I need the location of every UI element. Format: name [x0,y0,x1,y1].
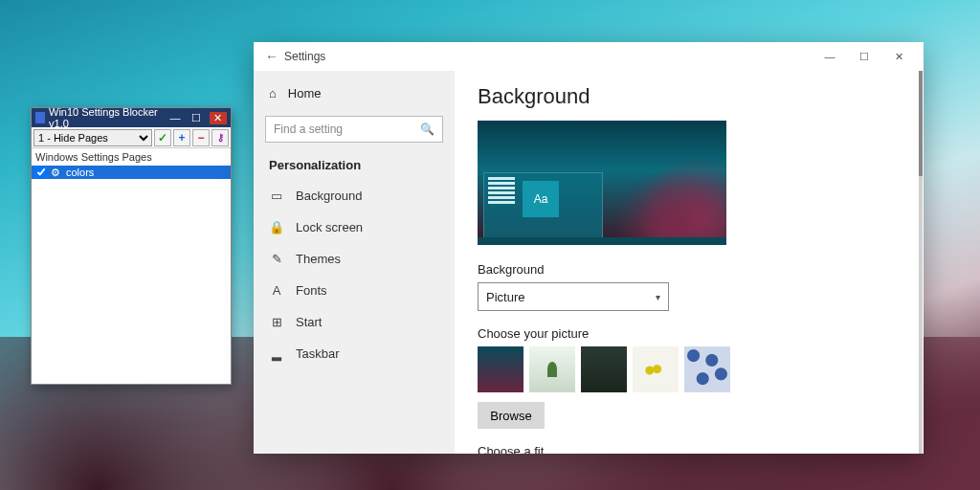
settings-search-input[interactable]: Find a setting 🔍 [265,116,443,143]
picture-thumb-3[interactable] [581,346,627,392]
settings-maximize-button[interactable]: ☐ [847,51,881,63]
settings-window-title: Settings [284,50,325,63]
home-icon: ⌂ [269,86,277,100]
gear-icon: ⚙ [51,167,62,178]
background-label: Background [478,262,901,277]
browse-button[interactable]: Browse [478,402,545,429]
sidebar-item-label: Themes [296,252,341,266]
blocker-toolbar: 1 - Hide Pages ✓ + − ⚷ [32,127,231,148]
search-placeholder: Find a setting [274,122,343,136]
settings-close-button[interactable]: ✕ [881,51,916,63]
lock-icon: 🔒 [269,220,284,234]
background-type-value: Picture [486,290,524,304]
blocker-add-button[interactable]: + [173,129,190,146]
blocker-item-checkbox[interactable] [35,167,47,178]
blocker-close-button[interactable]: ✕ [210,112,227,124]
settings-content: Background Aa Background Picture ▾ Choos… [455,71,924,454]
back-button[interactable]: ← [265,49,284,64]
sidebar-item-fonts[interactable]: A Fonts [254,275,455,306]
settings-window: ← Settings — ☐ ✕ ⌂ Home Find a setting 🔍… [254,42,924,454]
settings-scrollbar[interactable] [919,71,923,454]
settings-titlebar[interactable]: ← Settings — ☐ ✕ [254,42,924,71]
choose-fit-label: Choose a fit [478,444,901,454]
sidebar-item-background[interactable]: ▭ Background [254,180,455,212]
preview-wallpaper [590,158,726,245]
settings-sidebar: ⌂ Home Find a setting 🔍 Personalization … [254,71,455,454]
blocker-titlebar[interactable]: Win10 Settings Blocker v1.0 — ☐ ✕ [32,108,231,127]
themes-icon: ✎ [269,252,284,266]
blocker-app-icon [35,112,45,123]
picture-thumb-1[interactable] [478,346,523,392]
blocker-list: Windows Settings Pages ⚙ colors [32,148,231,384]
blocker-apply-button[interactable]: ✓ [154,129,171,146]
sidebar-item-label: Background [296,189,362,203]
background-icon: ▭ [269,189,284,203]
sidebar-item-home[interactable]: ⌂ Home [254,78,455,108]
sidebar-item-label: Taskbar [296,346,340,361]
blocker-list-item[interactable]: ⚙ colors [32,166,231,179]
blocker-remove-button[interactable]: − [192,129,210,146]
picture-thumbnails [478,346,901,392]
sidebar-item-start[interactable]: ⊞ Start [254,306,455,338]
blocker-key-button[interactable]: ⚷ [212,129,229,146]
sidebar-item-label: Start [296,315,322,329]
page-title: Background [478,84,901,109]
blocker-title-text: Win10 Settings Blocker v1.0 [49,106,159,129]
background-preview: Aa [478,121,726,245]
fonts-icon: A [269,283,284,298]
picture-thumb-4[interactable] [633,346,679,392]
choose-picture-label: Choose your picture [478,326,901,341]
preview-overlay: Aa [483,172,603,239]
sidebar-item-taskbar[interactable]: ▂ Taskbar [254,338,455,369]
sidebar-home-label: Home [288,86,322,100]
blocker-minimize-button[interactable]: — [167,112,184,123]
blocker-item-label: colors [66,167,94,178]
picture-thumb-5[interactable] [684,346,730,392]
picture-thumb-2[interactable] [529,346,575,392]
sidebar-item-label: Lock screen [296,220,363,234]
blocker-list-heading: Windows Settings Pages [32,148,231,166]
blocker-mode-select[interactable]: 1 - Hide Pages [33,129,152,146]
sidebar-item-label: Fonts [296,283,327,298]
sidebar-item-themes[interactable]: ✎ Themes [254,243,455,275]
settings-minimize-button[interactable]: — [813,51,847,62]
preview-tile: Aa [523,181,559,217]
blocker-maximize-button[interactable]: ☐ [188,112,205,124]
search-icon: 🔍 [420,122,434,136]
sidebar-category: Personalization [254,150,455,180]
scrollbar-thumb[interactable] [919,71,923,176]
preview-taskbar [478,237,726,245]
taskbar-icon: ▂ [269,346,284,361]
background-type-select[interactable]: Picture ▾ [478,282,669,311]
sidebar-item-lockscreen[interactable]: 🔒 Lock screen [254,212,455,243]
start-icon: ⊞ [269,315,284,329]
blocker-window: Win10 Settings Blocker v1.0 — ☐ ✕ 1 - Hi… [31,107,232,385]
chevron-down-icon: ▾ [656,292,660,302]
